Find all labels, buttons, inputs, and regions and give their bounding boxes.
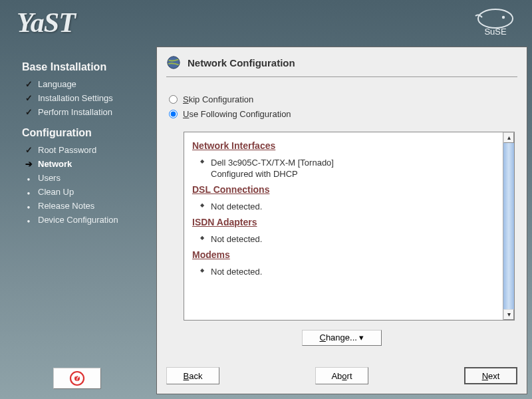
sidebar-item-label: Clean Up — [38, 187, 74, 197]
main-panel: Network Configuration Skip Configuration… — [156, 47, 527, 394]
sidebar-item: Users — [23, 171, 146, 185]
configuration-summary-box: Network InterfacesDell 3c905C-TX/TX-M [T… — [184, 132, 515, 321]
sidebar-item: Clean Up — [23, 185, 146, 199]
sidebar-group-heading: Base Installation — [22, 61, 146, 73]
sidebar-item: Device Configuration — [23, 213, 146, 227]
config-item-line: Not detected. — [192, 267, 495, 277]
vendor-logo: SuSE — [469, 5, 522, 39]
sidebar-item: Language — [23, 77, 146, 91]
back-button[interactable]: Back — [166, 367, 219, 384]
config-item-line: Not detected. — [192, 201, 495, 211]
radio-use-configuration[interactable]: Use Following Configuration — [169, 106, 517, 121]
wizard-button-row: Back Abort Next — [166, 367, 517, 386]
radio-skip-configuration[interactable]: Skip Configuration — [169, 92, 517, 106]
svg-text:?: ? — [75, 374, 79, 382]
sidebar-item-label: Language — [38, 79, 76, 89]
check-icon — [23, 93, 34, 103]
page-title-row: Network Configuration — [166, 55, 517, 77]
config-item-line: Not detected. — [192, 234, 495, 244]
scrollbar-vertical[interactable]: ▴ ▾ — [503, 132, 514, 320]
config-section-heading[interactable]: Modems — [192, 249, 495, 260]
mode-radio-group: Skip Configuration Use Following Configu… — [169, 92, 517, 121]
config-section-heading[interactable]: ISDN Adapters — [192, 217, 495, 227]
sidebar-item: Installation Settings — [23, 91, 146, 105]
sidebar-group-heading: Configuration — [22, 127, 146, 139]
check-icon — [23, 107, 34, 117]
vendor-logo-text: SuSE — [484, 27, 507, 37]
sidebar: Base InstallationLanguageInstallation Se… — [0, 47, 156, 399]
radio-skip-label: Skip Configuration — [183, 94, 253, 104]
scroll-track[interactable] — [503, 143, 514, 309]
config-section-heading[interactable]: DSL Connections — [192, 184, 495, 195]
config-item-line: Dell 3c905C-TX/TX-M [Tornado] — [192, 158, 495, 168]
svg-point-1 — [502, 16, 505, 19]
sidebar-item-label: Users — [38, 173, 61, 183]
sidebar-item-label: Root Password — [38, 145, 96, 155]
page-title: Network Configuration — [188, 57, 295, 68]
scroll-down-arrow-icon[interactable]: ▾ — [503, 309, 514, 320]
abort-button[interactable]: Abort — [315, 367, 368, 384]
globe-icon — [166, 55, 181, 70]
config-item-subline: Configured with DHCP — [192, 169, 495, 179]
change-button[interactable]: Change... ▾ — [302, 330, 382, 346]
bullet-icon — [23, 187, 34, 197]
bullet-icon — [23, 201, 34, 211]
scroll-up-arrow-icon[interactable]: ▴ — [503, 132, 514, 143]
help-icon: ? — [69, 370, 85, 386]
bullet-icon — [23, 215, 34, 225]
sidebar-item: Perform Installation — [23, 105, 146, 119]
sidebar-item: Root Password — [23, 143, 146, 157]
svg-point-0 — [478, 9, 513, 28]
sidebar-item-label: Network — [38, 159, 72, 169]
check-icon — [23, 79, 34, 89]
config-section-heading[interactable]: Network Interfaces — [192, 140, 495, 151]
radio-use-label: Use Following Configuration — [183, 109, 291, 119]
app-logo-text: YaST — [17, 7, 75, 39]
sidebar-item-label: Perform Installation — [38, 107, 112, 117]
help-button[interactable]: ? — [53, 368, 101, 389]
radio-use-input[interactable] — [169, 110, 178, 118]
next-button[interactable]: Next — [464, 367, 517, 384]
sidebar-item: Network — [23, 157, 146, 171]
sidebar-item-label: Device Configuration — [38, 215, 118, 225]
check-icon — [23, 145, 34, 155]
bullet-icon — [23, 173, 34, 183]
sidebar-item-label: Installation Settings — [38, 93, 113, 103]
radio-skip-input[interactable] — [169, 95, 178, 104]
configuration-summary-content: Network InterfacesDell 3c905C-TX/TX-M [T… — [184, 132, 503, 320]
arrow-icon — [23, 159, 34, 169]
sidebar-item: Release Notes — [23, 199, 146, 213]
header: YaST SuSE — [0, 0, 532, 47]
sidebar-item-label: Release Notes — [38, 201, 94, 211]
